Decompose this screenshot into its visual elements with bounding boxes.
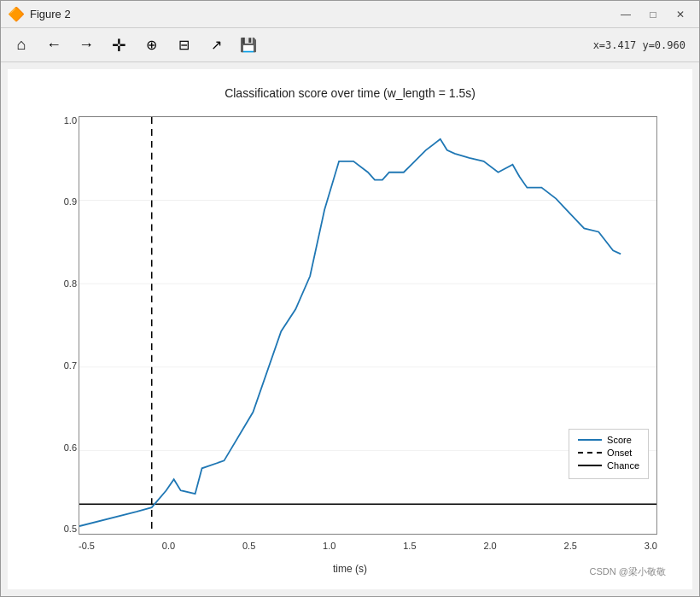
configure-button[interactable]: ⊟ <box>170 32 197 58</box>
toolbar: ⌂ ← → ✛ ⊕ ⊟ ↗ 💾 x=3.417 y=0.960 <box>1 28 699 62</box>
legend-chance-line <box>578 465 602 466</box>
minimize-button[interactable]: — <box>614 6 638 23</box>
y-tick-1.0: 1.0 <box>43 116 77 126</box>
legend-chance: Chance <box>578 460 639 471</box>
x-tick-minus05: -0.5 <box>79 541 95 558</box>
close-button[interactable]: ✕ <box>668 6 692 23</box>
legend-onset-label: Onset <box>607 448 632 458</box>
x-tick-0: 0.0 <box>162 541 175 558</box>
chart-legend: Score Onset Chance <box>569 429 649 479</box>
y-tick-0.8: 0.8 <box>43 279 77 289</box>
forward-button[interactable]: → <box>73 32 100 58</box>
x-tick-3: 3.0 <box>645 541 657 558</box>
legend-score-label: Score <box>607 435 632 445</box>
x-tick-25: 2.5 <box>564 541 577 558</box>
coordinates-display: x=3.417 y=0.960 <box>593 39 692 51</box>
main-window: 🔶 Figure 2 — □ ✕ ⌂ ← → ✛ ⊕ ⊟ ↗ 💾 x=3.417… <box>0 0 700 597</box>
chart-title: Classification score over time (w_length… <box>26 78 674 100</box>
home-button[interactable]: ⌂ <box>8 32 35 58</box>
x-tick-labels: -0.5 0.0 0.5 1.0 1.5 2.0 2.5 3.0 <box>79 541 657 558</box>
back-button[interactable]: ← <box>40 32 67 58</box>
legend-chance-label: Chance <box>607 460 639 471</box>
x-tick-15: 1.5 <box>403 541 416 558</box>
y-tick-labels: 1.0 0.9 0.8 0.7 0.6 0.5 <box>43 116 77 535</box>
legend-onset: Onset <box>578 448 639 458</box>
maximize-button[interactable]: □ <box>641 6 665 23</box>
y-tick-0.5: 0.5 <box>43 524 77 534</box>
x-tick-2: 2.0 <box>483 541 496 558</box>
title-bar: 🔶 Figure 2 — □ ✕ <box>1 1 699 28</box>
title-bar-left: 🔶 Figure 2 <box>8 6 71 22</box>
legend-score-line <box>578 439 602 441</box>
y-tick-0.7: 0.7 <box>43 361 77 371</box>
legend-score: Score <box>578 435 639 445</box>
x-tick-1: 1.0 <box>323 541 335 558</box>
legend-onset-line <box>578 452 602 454</box>
score-line <box>79 138 621 525</box>
y-tick-0.6: 0.6 <box>43 443 77 453</box>
toolbar-buttons: ⌂ ← → ✛ ⊕ ⊟ ↗ 💾 <box>8 32 262 58</box>
y-tick-0.9: 0.9 <box>43 197 77 207</box>
watermark: CSDN @梁小敬敬 <box>590 565 666 578</box>
window-icon: 🔶 <box>8 6 25 22</box>
save-button[interactable]: 💾 <box>235 32 262 58</box>
plot-area: Classification score over time (w_length… <box>8 69 692 589</box>
x-tick-05: 0.5 <box>242 541 255 558</box>
window-title: Figure 2 <box>30 8 71 20</box>
pan-button[interactable]: ✛ <box>105 32 132 58</box>
edit-axis-button[interactable]: ↗ <box>202 32 230 58</box>
chart-container: Classification score over time (w_length… <box>26 78 674 582</box>
title-bar-controls: — □ ✕ <box>614 6 692 23</box>
x-axis-label: time (s) <box>333 563 367 575</box>
zoom-button[interactable]: ⊕ <box>137 32 165 58</box>
